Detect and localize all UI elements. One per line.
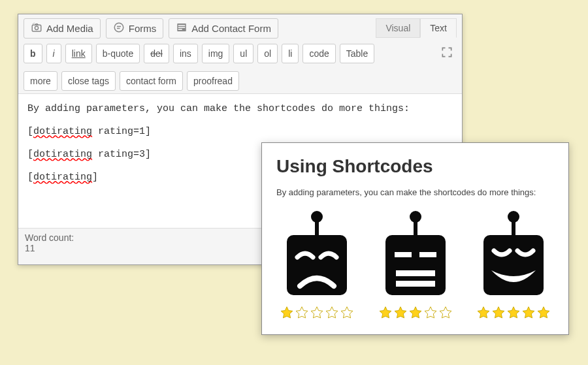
preview-subtext: By adding parameters, you can make the s… (276, 187, 554, 197)
add-media-button[interactable]: Add Media (24, 18, 101, 39)
svg-rect-13 (395, 252, 412, 257)
robot-row (276, 209, 554, 320)
svg-rect-5 (178, 27, 186, 28)
svg-rect-8 (315, 221, 319, 235)
preview-panel: Using Shortcodes By adding parameters, y… (261, 142, 569, 335)
quicktag-more[interactable]: more (24, 71, 57, 91)
quicktag-proofread[interactable]: proofread (187, 71, 239, 91)
svg-rect-9 (287, 235, 347, 295)
svg-rect-19 (483, 235, 544, 295)
editor-mode-tabs: Visual Text (376, 18, 457, 38)
tab-text[interactable]: Text (420, 18, 457, 38)
robot-neutral-icon (375, 209, 456, 303)
robot-rating-3 (375, 209, 456, 320)
star-rating (476, 306, 551, 320)
contact-form-icon (176, 22, 188, 35)
add-contact-form-label: Add Contact Form (191, 23, 271, 34)
quicktag-table[interactable]: Table (340, 44, 374, 63)
quicktag-ins[interactable]: ins (173, 44, 198, 63)
preview-title: Using Shortcodes (276, 156, 554, 177)
robot-happy-icon (473, 209, 554, 303)
forms-label: Forms (129, 23, 157, 34)
star-rating (378, 306, 453, 320)
media-toolbar: Add Media Forms Add Contact Form (18, 14, 462, 41)
quicktags-toolbar: b i link b-quote del ins img ul ol li co… (18, 41, 462, 93)
quicktag-ul[interactable]: ul (233, 44, 253, 63)
quicktag-li[interactable]: li (282, 44, 299, 63)
svg-rect-15 (396, 270, 435, 276)
svg-rect-6 (178, 29, 182, 30)
svg-point-2 (114, 23, 123, 32)
quicktag-bquote[interactable]: b-quote (96, 44, 140, 63)
svg-rect-18 (512, 221, 515, 235)
quicktag-img[interactable]: img (202, 44, 230, 63)
fullscreen-icon (440, 46, 453, 61)
quicktag-close-tags[interactable]: close tags (61, 71, 116, 91)
robot-rating-5 (473, 209, 554, 320)
quicktag-link[interactable]: link (65, 44, 92, 63)
tab-visual[interactable]: Visual (376, 18, 420, 38)
quicktag-bold[interactable]: b (24, 44, 42, 63)
robot-sad-icon (276, 209, 357, 303)
quicktag-contact-form[interactable]: contact form (120, 71, 183, 91)
svg-point-1 (35, 26, 38, 29)
forms-button[interactable]: Forms (106, 18, 164, 39)
svg-rect-4 (178, 25, 186, 26)
star-rating (280, 306, 354, 320)
svg-rect-14 (419, 252, 436, 257)
svg-rect-16 (396, 281, 435, 287)
camera-icon (31, 22, 42, 35)
editor-line: By adding parameters, you can make the s… (27, 103, 453, 114)
svg-rect-11 (414, 221, 417, 235)
add-contact-form-button[interactable]: Add Contact Form (169, 18, 278, 39)
quicktag-del[interactable]: del (144, 44, 169, 63)
fullscreen-button[interactable] (437, 44, 457, 63)
quicktag-italic[interactable]: i (46, 44, 61, 63)
forms-icon (113, 22, 125, 35)
quicktag-ol[interactable]: ol (257, 44, 278, 63)
add-media-label: Add Media (46, 23, 93, 34)
robot-rating-1 (276, 209, 357, 320)
editor-line: [dotirating rating=1] (27, 126, 453, 137)
quicktag-code[interactable]: code (302, 44, 335, 63)
